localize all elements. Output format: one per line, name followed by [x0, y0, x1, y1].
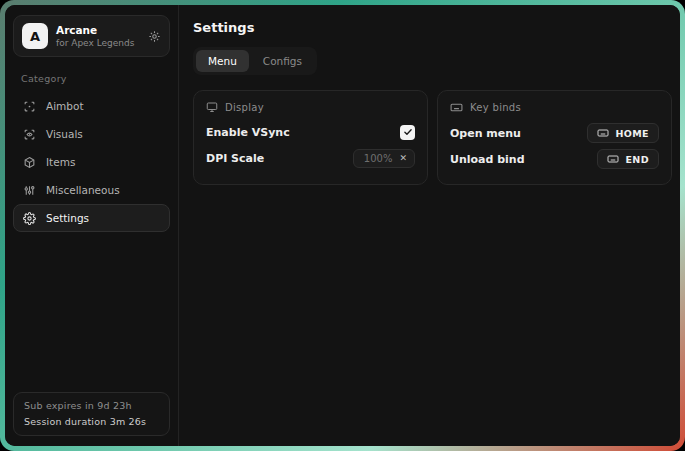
open-menu-key: HOME: [615, 128, 649, 139]
unload-bind-label: Unload bind: [450, 153, 525, 166]
crosshair-icon: [23, 100, 36, 113]
sidebar-item-label: Visuals: [46, 128, 83, 140]
open-menu-label: Open menu: [450, 127, 521, 140]
window-frame: A Arcane for Apex Legends Category: [0, 0, 685, 451]
settings-cards: Display Enable VSync DPI Scale: [193, 90, 672, 185]
gear-icon[interactable]: [148, 30, 161, 43]
session-duration-text: Session duration 3m 26s: [24, 416, 159, 427]
open-menu-keybind[interactable]: HOME: [587, 123, 659, 143]
brand-text: Arcane for Apex Legends: [56, 24, 140, 48]
subscription-card: Sub expires in 9d 23h Session duration 3…: [13, 392, 170, 436]
dpi-scale-input[interactable]: 100% ✕: [353, 149, 415, 168]
dpi-scale-label: DPI Scale: [206, 152, 264, 165]
display-card-header: Display: [206, 101, 415, 113]
vsync-label: Enable VSync: [206, 126, 290, 139]
brand-subtitle: for Apex Legends: [56, 38, 140, 48]
cube-icon: [23, 156, 36, 169]
tab-configs[interactable]: Configs: [251, 50, 314, 72]
tab-menu[interactable]: Menu: [196, 50, 249, 72]
sidebar-item-visuals[interactable]: Visuals: [13, 120, 170, 148]
unload-bind-keybind[interactable]: END: [597, 149, 659, 169]
sub-expires-text: Sub expires in 9d 23h: [24, 400, 159, 411]
unload-bind-key: END: [625, 154, 649, 165]
eye-icon: [23, 128, 36, 141]
gear-icon: [23, 212, 36, 225]
sidebar-item-settings[interactable]: Settings: [13, 204, 170, 232]
keyboard-icon: [597, 127, 609, 139]
monitor-icon: [206, 101, 218, 113]
dpi-scale-row: DPI Scale 100% ✕: [206, 145, 415, 171]
display-card-title: Display: [225, 102, 264, 113]
main-panel: Settings Menu Configs Display: [179, 5, 680, 446]
display-card: Display Enable VSync DPI Scale: [193, 90, 428, 185]
sidebar: A Arcane for Apex Legends Category: [5, 5, 179, 446]
category-label: Category: [21, 73, 162, 84]
vsync-checkbox[interactable]: [400, 125, 415, 140]
sidebar-item-label: Settings: [46, 212, 89, 224]
page-title: Settings: [193, 20, 672, 35]
unload-bind-row: Unload bind END: [450, 146, 659, 172]
sliders-icon: [23, 184, 36, 197]
app-window: A Arcane for Apex Legends Category: [5, 5, 680, 446]
sidebar-item-label: Items: [46, 156, 75, 168]
sidebar-item-label: Aimbot: [46, 100, 84, 112]
avatar: A: [22, 23, 48, 49]
dpi-scale-value: 100%: [364, 153, 393, 164]
clear-icon[interactable]: ✕: [399, 154, 407, 163]
sidebar-item-label: Miscellaneous: [46, 184, 120, 196]
brand-card: A Arcane for Apex Legends: [13, 15, 170, 57]
keyboard-icon: [607, 153, 619, 165]
open-menu-row: Open menu HOME: [450, 120, 659, 146]
keybinds-card-header: Key binds: [450, 101, 659, 114]
vsync-row: Enable VSync: [206, 119, 415, 145]
keybinds-card-title: Key binds: [470, 102, 521, 113]
tab-bar: Menu Configs: [193, 47, 317, 75]
sidebar-item-miscellaneous[interactable]: Miscellaneous: [13, 176, 170, 204]
sidebar-spacer: [13, 232, 170, 392]
keyboard-icon: [450, 101, 463, 114]
sidebar-item-aimbot[interactable]: Aimbot: [13, 92, 170, 120]
brand-name: Arcane: [56, 24, 140, 36]
keybinds-card: Key binds Open menu HOME: [437, 90, 672, 185]
sidebar-nav: Aimbot Visuals: [13, 92, 170, 232]
sidebar-item-items[interactable]: Items: [13, 148, 170, 176]
